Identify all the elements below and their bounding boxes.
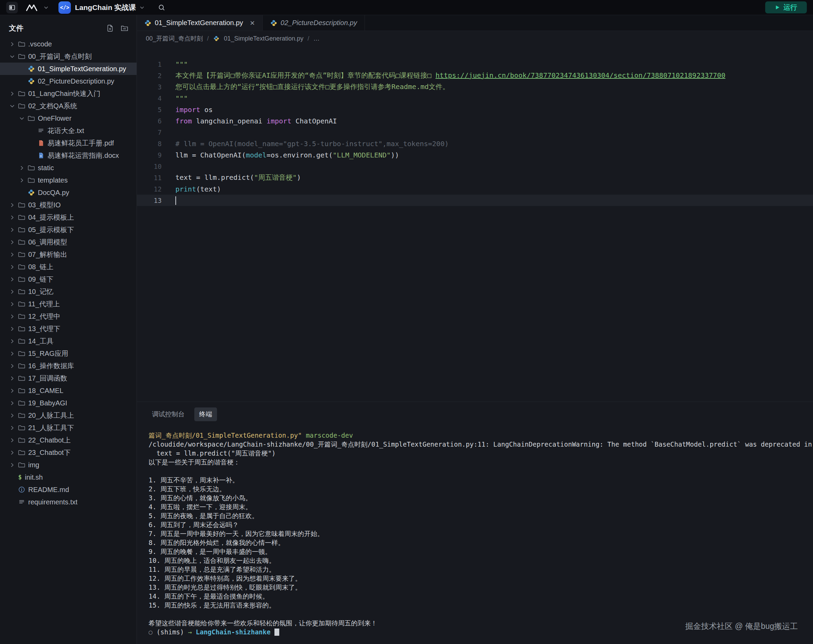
- tree-item[interactable]: .vscode: [0, 38, 137, 50]
- code-line[interactable]: 13: [137, 195, 813, 206]
- search-icon[interactable]: [158, 4, 166, 11]
- chevron-collapsed-icon[interactable]: [9, 364, 15, 368]
- chevron-expanded-icon[interactable]: [18, 116, 25, 121]
- code-line[interactable]: 4""": [137, 92, 813, 104]
- tree-item[interactable]: templates: [0, 174, 137, 186]
- tree-item[interactable]: 21_人脉工具下: [0, 422, 137, 434]
- code-line[interactable]: 1""": [137, 58, 813, 70]
- code-line[interactable]: 6from langchain_openai import ChatOpenAI: [137, 115, 813, 127]
- chevron-collapsed-icon[interactable]: [9, 376, 15, 380]
- code-line[interactable]: 5import os: [137, 104, 813, 115]
- chevron-collapsed-icon[interactable]: [9, 438, 15, 443]
- chevron-collapsed-icon[interactable]: [18, 166, 25, 170]
- chevron-collapsed-icon[interactable]: [9, 413, 15, 418]
- code-line[interactable]: 11text = llm.predict("周五谐音梗"): [137, 172, 813, 183]
- code-editor[interactable]: 1"""2本文件是【开篇词□带你亲证AI应用开发的“奇点”时刻】章节的配套代码□…: [137, 46, 813, 402]
- chevron-collapsed-icon[interactable]: [9, 240, 15, 244]
- chevron-collapsed-icon[interactable]: [9, 388, 15, 393]
- editor-tab[interactable]: 01_SimpleTextGeneration.py×: [137, 15, 263, 31]
- code-line[interactable]: 3您可以点击最上方的“运行”按钮□直接运行该文件□更多操作指引请参考Readme…: [137, 81, 813, 92]
- chevron-collapsed-icon[interactable]: [9, 351, 15, 356]
- tree-item[interactable]: 02_PictureDescription.py: [0, 75, 137, 87]
- marscode-logo[interactable]: [25, 4, 48, 11]
- tab-terminal[interactable]: 终端: [194, 408, 217, 421]
- tree-item[interactable]: 花语大全.txt: [0, 124, 137, 137]
- chevron-collapsed-icon[interactable]: [18, 178, 25, 182]
- tree-item[interactable]: 00_开篇词_奇点时刻: [0, 50, 137, 63]
- chevron-collapsed-icon[interactable]: [9, 327, 15, 331]
- code-line[interactable]: 2本文件是【开篇词□带你亲证AI应用开发的“奇点”时刻】章节的配套代码□课程链接…: [137, 70, 813, 81]
- code-line[interactable]: 10: [137, 161, 813, 172]
- tree-item[interactable]: 01_LangChain快速入门: [0, 87, 137, 100]
- tree-item[interactable]: 易速鲜花员工手册.pdf: [0, 137, 137, 149]
- tree-item[interactable]: 20_人脉工具上: [0, 409, 137, 422]
- chevron-collapsed-icon[interactable]: [9, 42, 15, 46]
- chevron-collapsed-icon[interactable]: [9, 451, 15, 455]
- collapse-folders-icon[interactable]: [121, 25, 128, 32]
- tree-item[interactable]: 易速鲜花运营指南.docx: [0, 149, 137, 162]
- tree-item[interactable]: 07_解析输出: [0, 248, 137, 261]
- tree-item[interactable]: OneFlower: [0, 112, 137, 124]
- chevron-expanded-icon[interactable]: [9, 104, 15, 108]
- tree-item[interactable]: 11_代理上: [0, 298, 137, 310]
- tree-item[interactable]: 13_代理下: [0, 322, 137, 335]
- tree-item[interactable]: 14_工具: [0, 335, 137, 347]
- chevron-collapsed-icon[interactable]: [9, 463, 15, 467]
- tree-item[interactable]: 19_BabyAGI: [0, 397, 137, 409]
- close-icon[interactable]: ×: [250, 19, 255, 27]
- tree-item[interactable]: 01_SimpleTextGeneration.py: [0, 63, 137, 75]
- tree-item[interactable]: 09_链下: [0, 273, 137, 285]
- breadcrumb-folder[interactable]: 00_开篇词_奇点时刻: [146, 34, 203, 43]
- terminal-output[interactable]: 篇词_奇点时刻/01_SimpleTextGeneration.py" mars…: [137, 425, 813, 644]
- tab-debug-console[interactable]: 调试控制台: [147, 408, 190, 421]
- chevron-collapsed-icon[interactable]: [9, 252, 15, 257]
- tree-item[interactable]: 05_提示模板下: [0, 224, 137, 236]
- chevron-collapsed-icon[interactable]: [9, 426, 15, 430]
- tree-item[interactable]: 16_操作数据库: [0, 360, 137, 372]
- tree-item[interactable]: 08_链上: [0, 261, 137, 273]
- chevron-collapsed-icon[interactable]: [9, 92, 15, 96]
- tree-item[interactable]: 17_回调函数: [0, 372, 137, 385]
- chevron-collapsed-icon[interactable]: [9, 290, 15, 294]
- tree-item[interactable]: 15_RAG应用: [0, 347, 137, 360]
- tree-item[interactable]: README.md: [0, 483, 137, 496]
- chevron-collapsed-icon[interactable]: [9, 339, 15, 343]
- tree-item[interactable]: 06_调用模型: [0, 236, 137, 248]
- tree-item[interactable]: requirements.txt: [0, 496, 137, 508]
- chevron-collapsed-icon[interactable]: [9, 228, 15, 232]
- breadcrumb-file[interactable]: 01_SimpleTextGeneration.py: [224, 35, 303, 42]
- code-line[interactable]: 12print(text): [137, 183, 813, 195]
- terminal-line: 7. 周五是一周中最美好的一天，因为它意味着周末的开始。: [149, 529, 813, 538]
- project-switcher[interactable]: </> LangChain 实战课: [58, 2, 144, 14]
- code-line[interactable]: 8# llm = OpenAI(model_name="gpt-3.5-turb…: [137, 138, 813, 149]
- tree-item[interactable]: 18_CAMEL: [0, 385, 137, 397]
- tree-item[interactable]: 03_模型IO: [0, 199, 137, 211]
- editor-tab[interactable]: 02_PictureDescription.py: [263, 15, 365, 31]
- code-line[interactable]: 9llm = ChatOpenAI(model=os.environ.get("…: [137, 149, 813, 161]
- tree-item[interactable]: 23_Chatbot下: [0, 446, 137, 458]
- tree-item[interactable]: DocQA.py: [0, 186, 137, 199]
- breadcrumb-more[interactable]: …: [313, 35, 319, 42]
- chevron-collapsed-icon[interactable]: [9, 401, 15, 405]
- chevron-collapsed-icon[interactable]: [9, 265, 15, 269]
- chevron-collapsed-icon[interactable]: [9, 203, 15, 207]
- tree-item[interactable]: 02_文档QA系统: [0, 100, 137, 112]
- tree-item[interactable]: 10_记忆: [0, 285, 137, 298]
- code-line[interactable]: 7: [137, 127, 813, 138]
- tree-item[interactable]: $init.sh: [0, 471, 137, 483]
- chevron-collapsed-icon[interactable]: [9, 314, 15, 319]
- chevron-collapsed-icon[interactable]: [9, 277, 15, 282]
- code-token: model: [246, 151, 267, 159]
- chevron-expanded-icon[interactable]: [9, 54, 15, 59]
- run-button[interactable]: 运行: [765, 2, 807, 14]
- sidebar-toggle-icon[interactable]: [6, 2, 18, 14]
- tree-item[interactable]: img: [0, 458, 137, 471]
- chevron-collapsed-icon[interactable]: [9, 302, 15, 307]
- tree-item[interactable]: 12_代理中: [0, 310, 137, 322]
- new-file-icon[interactable]: [106, 25, 114, 32]
- chevron-collapsed-icon[interactable]: [9, 215, 15, 220]
- tree-item[interactable]: 22_Chatbot上: [0, 434, 137, 446]
- tree-item[interactable]: static: [0, 162, 137, 174]
- terminal-token: text = llm.predict("周五谐音梗"): [149, 449, 276, 457]
- tree-item[interactable]: 04_提示模板上: [0, 211, 137, 224]
